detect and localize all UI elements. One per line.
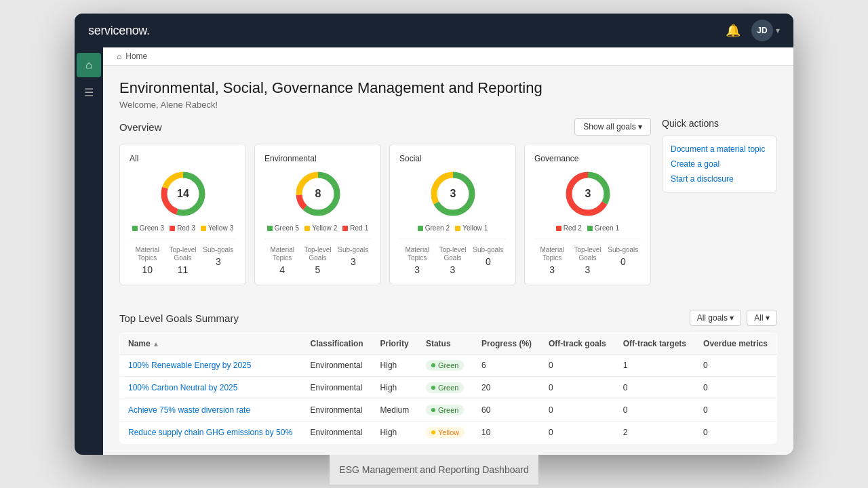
logo: servicenow. xyxy=(88,24,150,38)
overview-card: Governance 3 Red 2 Green 1 Material Topi… xyxy=(524,144,651,285)
notification-bell-icon[interactable]: 🔔 xyxy=(726,23,741,38)
svg-text:3: 3 xyxy=(450,188,456,199)
card-label: Governance xyxy=(534,154,641,163)
classification-cell: Environmental xyxy=(302,422,372,444)
status-badge: Green xyxy=(426,405,465,415)
card-label: Environmental xyxy=(264,154,371,163)
off-track-targets-cell: 0 xyxy=(615,377,695,399)
table-row: Achieve 75% waste diversion rate Environ… xyxy=(120,399,777,422)
stats-row: Material Topics 4 Top-level Goals 5 Sub-… xyxy=(264,239,371,275)
legend-item: Red 1 xyxy=(342,224,368,232)
off-track-targets-cell: 1 xyxy=(615,354,695,377)
badge-dot-icon xyxy=(431,408,435,412)
menu-icon: ☰ xyxy=(84,86,94,99)
sidebar: ⌂ ☰ xyxy=(75,47,103,455)
cards-grid: All 14 Green 3 Red 3 Yellow 3 Material T… xyxy=(119,144,651,285)
table-row: 100% Carbon Neutral by 2025 Environmenta… xyxy=(120,377,777,399)
main-area: ⌂ ☰ ⌂ Home Environmental, Social, Govern… xyxy=(75,47,793,455)
goal-link[interactable]: 100% Renewable Energy by 2025 xyxy=(128,361,251,370)
legend-row: Green 5 Yellow 2 Red 1 xyxy=(264,224,371,232)
stat-item: Material Topics 4 xyxy=(264,246,300,275)
classification-cell: Environmental xyxy=(302,354,372,377)
stat-item: Top-level Goals 11 xyxy=(165,246,200,275)
badge-dot-icon xyxy=(431,386,435,390)
breadcrumb-home-label[interactable]: Home xyxy=(125,52,147,61)
topbar: servicenow. 🔔 JD ▾ xyxy=(75,14,793,47)
status-cell: Green xyxy=(418,354,473,377)
overview-row: Overview Show all goals ▾ All 14 Green 3… xyxy=(103,118,793,299)
legend-item: Yellow 1 xyxy=(455,224,488,232)
legend-row: Green 2 Yellow 1 xyxy=(399,224,506,232)
goal-name-cell[interactable]: Achieve 75% waste diversion rate xyxy=(120,399,302,422)
stat-item: Sub-goals 3 xyxy=(336,246,371,275)
legend-item: Green 2 xyxy=(418,224,450,232)
logo-text: servicenow. xyxy=(88,24,150,38)
progress-cell: 10 xyxy=(473,422,540,444)
overview-card: All 14 Green 3 Red 3 Yellow 3 Material T… xyxy=(119,144,246,285)
off-track-goals-cell: 0 xyxy=(540,399,615,422)
goal-link[interactable]: 100% Carbon Neutral by 2025 xyxy=(128,383,237,392)
page-caption: ESG Management and Reporting Dashboard xyxy=(330,455,538,485)
stat-item: Sub-goals 0 xyxy=(606,246,641,275)
status-cell: Green xyxy=(418,399,473,422)
off-track-goals-cell: 0 xyxy=(540,377,615,399)
goal-link[interactable]: Reduce supply chain GHG emissions by 50% xyxy=(128,428,292,437)
overdue-metrics-cell: 0 xyxy=(695,399,776,422)
page-header: Environmental, Social, Governance Manage… xyxy=(103,66,793,118)
goal-name-cell[interactable]: 100% Carbon Neutral by 2025 xyxy=(120,377,302,399)
legend-item: Green 5 xyxy=(267,224,299,232)
off-track-goals-cell: 0 xyxy=(540,354,615,377)
off-track-targets-cell: 2 xyxy=(615,422,695,444)
status-badge: Green xyxy=(426,360,465,371)
legend-row: Green 3 Red 3 Yellow 3 xyxy=(130,224,236,232)
show-all-goals-button[interactable]: Show all goals ▾ xyxy=(574,118,651,136)
quick-action-link[interactable]: Document a material topic xyxy=(671,144,768,154)
sidebar-item-home[interactable]: ⌂ xyxy=(77,53,101,77)
legend-row: Red 2 Green 1 xyxy=(534,224,641,232)
stat-item: Top-level Goals 3 xyxy=(435,246,470,275)
overview-header: Overview Show all goals ▾ xyxy=(119,118,651,136)
table-column-header[interactable]: Name ▲ xyxy=(120,333,302,354)
quick-action-link[interactable]: Create a goal xyxy=(671,159,768,169)
donut-chart: 3 xyxy=(534,170,641,218)
goals-table: Name ▲ClassificationPriorityStatusProgre… xyxy=(119,333,777,444)
priority-cell: High xyxy=(372,354,418,377)
legend-item: Green 1 xyxy=(587,224,619,232)
table-column-header: Off-track goals xyxy=(540,333,615,354)
quick-action-link[interactable]: Start a disclosure xyxy=(671,174,768,184)
chevron-down-icon: ▾ xyxy=(776,26,780,35)
card-label: All xyxy=(130,154,236,163)
table-header-row: Top Level Goals Summary All goals ▾All ▾ xyxy=(119,310,777,326)
legend-item: Yellow 2 xyxy=(304,224,337,232)
priority-cell: High xyxy=(372,377,418,399)
goal-name-cell[interactable]: Reduce supply chain GHG emissions by 50% xyxy=(120,422,302,444)
goal-link[interactable]: Achieve 75% waste diversion rate xyxy=(128,405,250,415)
breadcrumb: ⌂ Home xyxy=(103,47,793,66)
quick-actions-card: Document a material topicCreate a goalSt… xyxy=(662,136,777,192)
table-filter-button[interactable]: All goals ▾ xyxy=(690,310,742,326)
legend-item: Red 2 xyxy=(556,224,582,232)
sidebar-item-menu[interactable]: ☰ xyxy=(77,80,101,104)
status-badge: Green xyxy=(426,382,465,393)
progress-cell: 20 xyxy=(473,377,540,399)
status-cell: Yellow xyxy=(418,422,473,444)
avatar: JD xyxy=(751,20,773,41)
stat-item: Top-level Goals 3 xyxy=(570,246,605,275)
stat-item: Top-level Goals 5 xyxy=(300,246,335,275)
classification-cell: Environmental xyxy=(302,399,372,422)
status-badge: Yellow xyxy=(426,427,465,438)
table-column-header: Classification xyxy=(302,333,372,354)
legend-item: Green 3 xyxy=(132,224,164,232)
table-column-header: Status xyxy=(418,333,473,354)
stats-row: Material Topics 3 Top-level Goals 3 Sub-… xyxy=(534,239,641,275)
stat-item: Sub-goals 0 xyxy=(471,246,506,275)
stats-row: Material Topics 10 Top-level Goals 11 Su… xyxy=(130,239,236,275)
table-filter-button[interactable]: All ▾ xyxy=(747,310,777,326)
topbar-right: 🔔 JD ▾ xyxy=(726,20,780,41)
overview-card: Environmental 8 Green 5 Yellow 2 Red 1 M… xyxy=(254,144,381,285)
overview-main: Overview Show all goals ▾ All 14 Green 3… xyxy=(119,118,651,299)
quick-actions-title: Quick actions xyxy=(662,118,777,129)
goal-name-cell[interactable]: 100% Renewable Energy by 2025 xyxy=(120,354,302,377)
user-avatar-wrapper[interactable]: JD ▾ xyxy=(751,20,780,41)
off-track-targets-cell: 0 xyxy=(615,399,695,422)
